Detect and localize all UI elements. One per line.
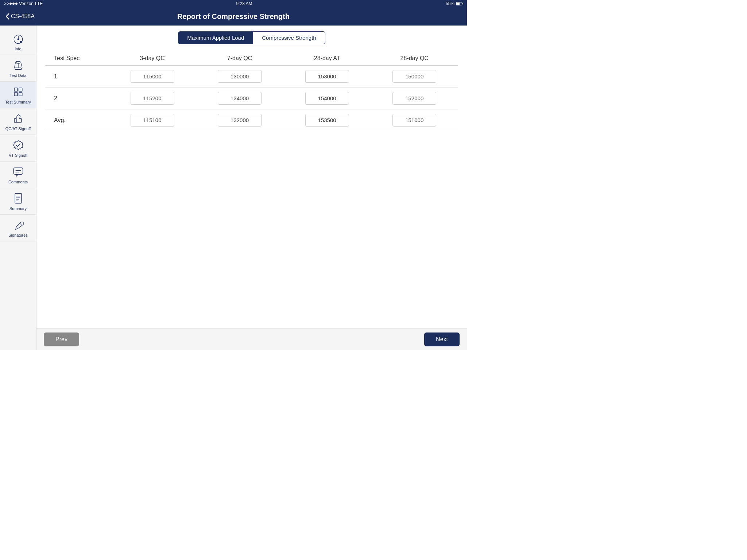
svg-rect-12	[14, 88, 18, 91]
dot5	[15, 3, 18, 5]
cell-2-3: 151000	[371, 109, 458, 131]
back-label: CS-458A	[11, 13, 35, 20]
svg-line-25	[20, 223, 22, 225]
toggle-max-load[interactable]: Maximum Applied Load	[178, 31, 253, 44]
svg-rect-17	[13, 168, 23, 174]
col-header-28day-qc: 28-day QC	[371, 51, 458, 66]
header: CS-458A Report of Compressive Strength	[0, 7, 467, 26]
svg-rect-2	[462, 3, 463, 4]
svg-line-11	[21, 62, 22, 68]
sidebar-item-info[interactable]: Info	[0, 28, 36, 55]
cell-0-0: 115000	[109, 66, 196, 88]
col-header-7day: 7-day QC	[196, 51, 283, 66]
sidebar-item-comments[interactable]: Comments	[0, 162, 36, 188]
table-row: Avg.115100132000153500151000	[45, 109, 458, 131]
cell-1-2: 154000	[283, 88, 371, 109]
footer: Prev Next	[36, 328, 467, 350]
battery-label: 55%	[446, 1, 454, 6]
cell-1-3: 152000	[371, 88, 458, 109]
table-row: 1115000130000153000150000	[45, 66, 458, 88]
gauge-icon	[12, 32, 25, 45]
sidebar-label-info: Info	[15, 47, 21, 51]
sidebar-item-signatures[interactable]: Signatures	[0, 215, 36, 241]
sidebar-label-test-data: Test Data	[9, 73, 26, 78]
svg-rect-1	[456, 3, 460, 5]
sidebar: Info Test Data Test Summary	[0, 26, 36, 350]
main-layout: Info Test Data Test Summary	[0, 26, 467, 350]
svg-rect-14	[14, 93, 18, 96]
back-button[interactable]: CS-458A	[6, 13, 35, 20]
summary-table: Test Spec 3-day QC 7-day QC 28-day AT 28…	[45, 51, 458, 131]
col-header-3day: 3-day QC	[109, 51, 196, 66]
content-area: Maximum Applied Load Compressive Strengt…	[36, 26, 467, 350]
dot1	[4, 3, 6, 5]
status-time: 9:28 AM	[236, 1, 252, 6]
sidebar-label-comments: Comments	[8, 180, 28, 184]
status-bar: Verizon LTE 9:28 AM 55%	[0, 0, 467, 7]
sidebar-label-signatures: Signatures	[8, 233, 28, 237]
content-inner: Maximum Applied Load Compressive Strengt…	[36, 26, 467, 328]
thumb-up-icon	[12, 112, 25, 125]
svg-point-5	[18, 39, 19, 40]
cell-2-0: 115100	[109, 109, 196, 131]
dot4	[12, 3, 15, 5]
sidebar-item-vt-signoff[interactable]: VT Signoff	[0, 135, 36, 162]
doc-lines-icon	[12, 192, 25, 205]
grid-icon	[12, 85, 25, 98]
check-badge-icon	[12, 139, 25, 152]
cell-spec-1: 2	[45, 88, 109, 109]
toggle-compressive-strength[interactable]: Compressive Strength	[253, 31, 325, 44]
cell-1-1: 134000	[196, 88, 283, 109]
sidebar-item-test-summary[interactable]: Test Summary	[0, 82, 36, 108]
dot2	[7, 3, 9, 5]
carrier-label: Verizon	[19, 1, 34, 6]
svg-rect-15	[19, 93, 22, 96]
col-header-spec: Test Spec	[45, 51, 109, 66]
prev-button[interactable]: Prev	[44, 332, 79, 346]
network-label: LTE	[35, 1, 43, 6]
sidebar-label-qc-at-signoff: QC/AT Signoff	[5, 127, 31, 131]
cell-spec-0: 1	[45, 66, 109, 88]
scale-icon	[12, 59, 25, 72]
next-button[interactable]: Next	[424, 332, 460, 346]
cell-2-1: 132000	[196, 109, 283, 131]
cell-2-2: 153500	[283, 109, 371, 131]
sidebar-label-vt-signoff: VT Signoff	[9, 153, 27, 158]
col-header-28day-at: 28-day AT	[283, 51, 371, 66]
cell-spec-2: Avg.	[45, 109, 109, 131]
status-left: Verizon LTE	[4, 1, 43, 6]
table-header-row: Test Spec 3-day QC 7-day QC 28-day AT 28…	[45, 51, 458, 66]
comment-icon	[12, 165, 25, 178]
svg-rect-13	[19, 88, 22, 91]
cell-0-3: 150000	[371, 66, 458, 88]
cell-0-2: 153000	[283, 66, 371, 88]
signal-dots	[4, 3, 18, 5]
pen-icon	[12, 218, 25, 232]
svg-rect-20	[15, 194, 22, 203]
battery-icon	[456, 2, 463, 5]
status-right: 55%	[446, 1, 463, 6]
table-row: 2115200134000154000152000	[45, 88, 458, 109]
sidebar-item-test-data[interactable]: Test Data	[0, 55, 36, 82]
svg-point-6	[20, 41, 22, 43]
sidebar-label-test-summary: Test Summary	[5, 100, 31, 104]
svg-rect-7	[16, 61, 20, 63]
page-title: Report of Compressive Strength	[177, 12, 290, 21]
svg-line-10	[14, 62, 16, 68]
sidebar-label-summary: Summary	[9, 206, 27, 211]
sidebar-item-qc-at-signoff[interactable]: QC/AT Signoff	[0, 108, 36, 135]
svg-rect-16	[14, 118, 16, 122]
svg-rect-8	[15, 68, 22, 70]
sidebar-item-summary[interactable]: Summary	[0, 188, 36, 215]
cell-0-1: 130000	[196, 66, 283, 88]
toggle-group: Maximum Applied Load Compressive Strengt…	[45, 31, 458, 44]
cell-1-0: 115200	[109, 88, 196, 109]
dot3	[9, 3, 12, 5]
